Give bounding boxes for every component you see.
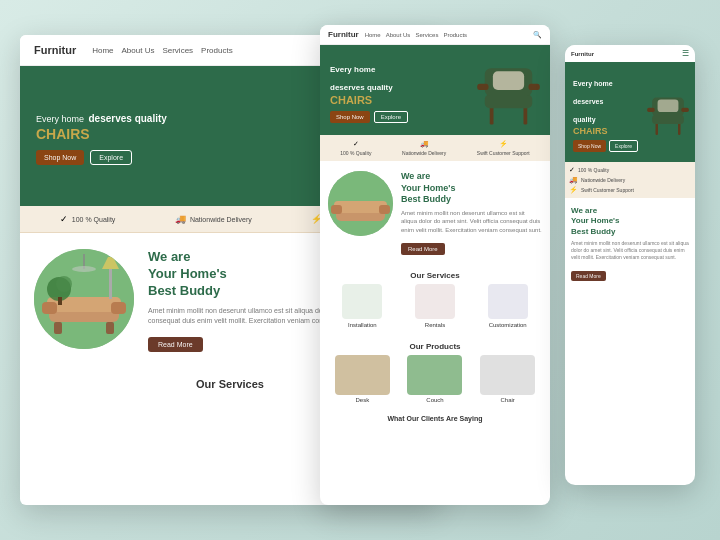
mockup-container: Furnitur Home About Us Services Products… (20, 15, 700, 525)
hero-text: Every home deserves quality CHAIRS Shop … (36, 108, 167, 165)
svg-rect-21 (111, 302, 126, 314)
tablet-hero-buttons: Shop Now Explore (330, 111, 408, 123)
svg-rect-49 (658, 100, 679, 113)
mobile-explore-button[interactable]: Explore (609, 140, 638, 152)
mobile-hero-buttons: Shop Now Explore (573, 140, 638, 152)
svg-rect-35 (477, 84, 488, 90)
tablet-navbar: Furnitur Home About Us Services Products… (320, 25, 550, 45)
svg-rect-26 (58, 297, 62, 305)
tablet-read-more-button[interactable]: Read More (401, 243, 445, 255)
mobile-feature-support: ⚡ Swift Customer Support (569, 186, 691, 194)
tablet-features: ✓ 100 % Quality 🚚 Nationwide Delivery ⚡ … (320, 135, 550, 161)
mobile-hero-title: Every homedeservesquality (573, 80, 613, 123)
tablet-nav-about[interactable]: About Us (386, 32, 411, 38)
tablet-about-content: We are Your Home's Best Buddy Amet minim… (401, 171, 542, 255)
hero-line1: Every home (36, 114, 84, 124)
hero-buttons: Shop Now Explore (36, 150, 167, 165)
mobile-hero-highlight: CHAIRS (573, 126, 638, 136)
nav-links: Home About Us Services Products (92, 46, 317, 55)
tablet-hero-line1: Every homedeserves quality (330, 65, 393, 92)
tablet-feature-support: ⚡ Swift Customer Support (477, 140, 530, 156)
tablet-rentals-icon (415, 284, 455, 319)
tablet-nav-links: Home About Us Services Products (365, 32, 527, 38)
mobile-quality-icon: ✓ (569, 166, 575, 174)
tablet-product-chair: Chair (480, 355, 535, 403)
svg-rect-41 (331, 205, 342, 214)
mobile-delivery-label: Nationwide Delivery (581, 177, 625, 183)
mobile-about-text: Amet minim mollit non deserunt ullamco e… (571, 240, 689, 261)
tablet-quality-label: 100 % Quality (340, 150, 371, 156)
svg-rect-48 (681, 108, 689, 112)
tablet-products-grid: Desk Couch Chair (320, 355, 550, 411)
mobile-mockup: Furnitur ☰ Every homedeservesquality CHA… (565, 45, 695, 485)
svg-rect-47 (647, 108, 655, 112)
mobile-menu-icon[interactable]: ☰ (682, 49, 689, 58)
hero-line2: deserves quality (88, 113, 166, 124)
svg-rect-33 (485, 94, 533, 108)
mobile-shop-button[interactable]: Shop Now (573, 140, 606, 152)
mobile-top-bar: Furnitur ☰ (565, 45, 695, 62)
hero-highlight: CHAIRS (36, 126, 167, 142)
tablet-couch-image (407, 355, 462, 395)
mobile-read-more-button[interactable]: Read More (571, 271, 606, 281)
tablet-chair-image (480, 355, 535, 395)
nav-link-about[interactable]: About Us (122, 46, 155, 55)
about-title-line1: We are (148, 249, 190, 264)
svg-rect-36 (529, 84, 540, 90)
tablet-hero-text: Every homedeserves quality CHAIRS Shop N… (330, 58, 408, 123)
tablet-feature-delivery: 🚚 Nationwide Delivery (402, 140, 446, 156)
svg-rect-22 (54, 322, 62, 334)
tablet-service-rentals: Rentals (415, 284, 455, 328)
quality-label: 100 % Quality (72, 216, 116, 223)
about-title-line3: Best Buddy (148, 283, 220, 298)
nav-logo: Furnitur (34, 44, 76, 56)
tablet-chair-label: Chair (500, 397, 514, 403)
read-more-button[interactable]: Read More (148, 337, 203, 352)
tablet-search-icon[interactable]: 🔍 (533, 31, 542, 39)
mobile-support-icon: ⚡ (569, 186, 578, 194)
nav-link-home[interactable]: Home (92, 46, 113, 55)
mobile-hero-chair (643, 64, 693, 160)
explore-button[interactable]: Explore (90, 150, 132, 165)
mobile-about: We are Your Home's Best Buddy Amet minim… (565, 198, 695, 290)
tablet-nav-services[interactable]: Services (415, 32, 438, 38)
tablet-about-image (328, 171, 393, 236)
mobile-hero: Every homedeservesquality CHAIRS Shop No… (565, 62, 695, 162)
tablet-nav-home[interactable]: Home (365, 32, 381, 38)
tablet-couch-label: Couch (426, 397, 443, 403)
tablet-services-grid: Installation Rentals Customization (320, 284, 550, 336)
svg-rect-31 (490, 106, 494, 125)
tablet-hero-highlight: CHAIRS (330, 94, 408, 106)
tablet-product-desk: Desk (335, 355, 390, 403)
tablet-shop-button[interactable]: Shop Now (330, 111, 370, 123)
mobile-feature-delivery: 🚚 Nationwide Delivery (569, 176, 691, 184)
mobile-hero-text: Every homedeservesquality CHAIRS Shop No… (573, 72, 638, 152)
svg-point-25 (56, 276, 72, 292)
feature-quality: ✓ 100 % Quality (60, 214, 116, 224)
tablet-services-header: Our Services (320, 265, 550, 284)
nav-link-products[interactable]: Products (201, 46, 233, 55)
tablet-installation-label: Installation (348, 322, 377, 328)
about-image (34, 249, 134, 349)
tablet-rentals-label: Rentals (425, 322, 445, 328)
tablet-about-title: We are Your Home's Best Buddy (401, 171, 542, 206)
tablet-hero-chair (471, 47, 546, 133)
delivery-label: Nationwide Delivery (190, 216, 252, 223)
svg-point-30 (72, 266, 96, 272)
tablet-explore-button[interactable]: Explore (374, 111, 408, 123)
tablet-about: We are Your Home's Best Buddy Amet minim… (320, 161, 550, 265)
tablet-quality-icon: ✓ (353, 140, 359, 148)
svg-rect-32 (524, 106, 528, 125)
tablet-nav-products[interactable]: Products (443, 32, 467, 38)
tablet-desk-label: Desk (355, 397, 369, 403)
tablet-service-customization: Customization (488, 284, 528, 328)
tablet-installation-icon (342, 284, 382, 319)
nav-link-services[interactable]: Services (162, 46, 193, 55)
tablet-product-couch: Couch (407, 355, 462, 403)
about-title-line2: Your Home's (148, 266, 227, 281)
tablet-customization-icon (488, 284, 528, 319)
tablet-products-header: Our Products (320, 336, 550, 355)
tablet-service-installation: Installation (342, 284, 382, 328)
shop-now-button[interactable]: Shop Now (36, 150, 84, 165)
feature-delivery: 🚚 Nationwide Delivery (175, 214, 252, 224)
